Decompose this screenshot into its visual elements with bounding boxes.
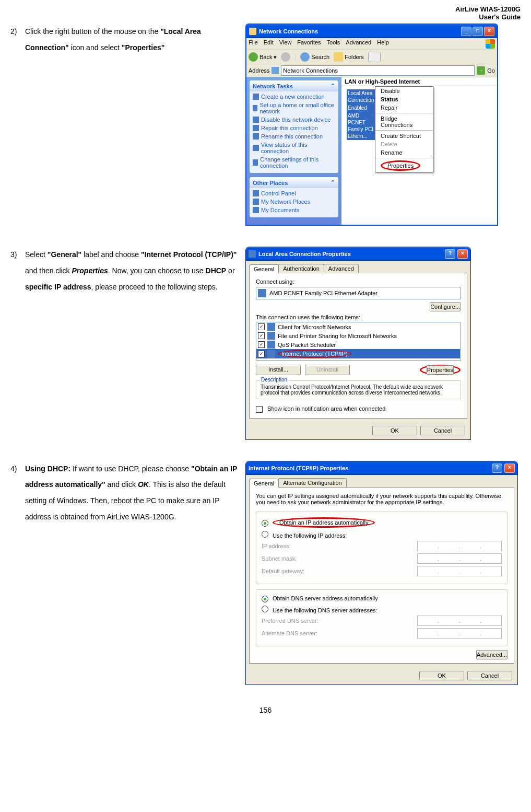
go-button[interactable]: → [477, 66, 485, 75]
context-menu: Disable Status Repair Bridge Connections… [375, 86, 433, 172]
checkbox-icon[interactable]: ✓ [258, 341, 265, 348]
task-view-status[interactable]: View status of this connection [253, 142, 335, 154]
step-2-text: 2) Click the right button of the mouse o… [10, 24, 240, 226]
ctx-disable[interactable]: Disable [375, 87, 433, 95]
address-input[interactable] [281, 65, 475, 76]
checkbox-icon[interactable]: ✓ [258, 332, 265, 339]
doc-header: AirLive WIAS-1200G User's Guide [10, 5, 521, 21]
help-button[interactable]: ? [492, 463, 502, 473]
task-setup-network[interactable]: Set up a home or small office network [253, 102, 335, 114]
ok-button[interactable]: OK [419, 671, 464, 680]
properties-button[interactable]: Properties [427, 365, 454, 375]
ip-field: ... [417, 541, 502, 551]
dialog-title: Local Area Connection Properties [258, 251, 351, 257]
list-item-tcpip[interactable]: ✓ Internet Protocol (TCP/IP) [256, 349, 460, 358]
mask-field: ... [417, 553, 502, 564]
menu-file[interactable]: File [249, 39, 258, 49]
close-button[interactable]: × [504, 463, 515, 473]
link-my-network-places[interactable]: My Network Places [253, 199, 335, 205]
folders-button[interactable]: Folders [334, 52, 364, 62]
ip-label: IP address: [262, 543, 290, 549]
install-button[interactable]: Install... [256, 365, 301, 375]
task-icon [253, 94, 259, 100]
minimize-button[interactable]: _ [461, 27, 471, 36]
task-change-settings[interactable]: Change settings of this connection [253, 156, 335, 169]
gateway-label: Default gateway: [262, 568, 304, 574]
ctx-repair[interactable]: Repair [375, 103, 433, 112]
radio-obtain-ip[interactable]: Obtain an IP address automatically [262, 517, 502, 528]
maximize-button[interactable]: □ [473, 27, 483, 36]
adns-label: Alternate DNS server: [262, 630, 317, 636]
menu-help[interactable]: Help [377, 39, 389, 49]
dialog-icon [249, 250, 256, 258]
toolbar: Back ▾ | Search Folders [246, 50, 497, 64]
task-create-connection[interactable]: Create a new connection [253, 94, 335, 100]
radio-use-dns[interactable]: Use the following DNS server addresses: [262, 606, 502, 613]
cancel-button[interactable]: Cancel [420, 426, 465, 435]
pdns-label: Preferred DNS server: [262, 618, 318, 624]
panel-network-tasks-header[interactable]: Network Tasks ⌃ [250, 80, 338, 91]
menu-favorites[interactable]: Favorites [297, 39, 321, 49]
dialog-title: Internet Protocol (TCP/IP) Properties [249, 465, 348, 471]
show-icon-label: Show icon in notification area when conn… [267, 405, 385, 412]
task-disable-device[interactable]: Disable this network device [253, 117, 335, 123]
panel-other-places-header[interactable]: Other Places ⌃ [250, 177, 338, 188]
ctx-shortcut[interactable]: Create Shortcut [375, 132, 433, 140]
search-button[interactable]: Search [300, 52, 329, 62]
ctx-status[interactable]: Status [375, 95, 433, 103]
uninstall-button: Uninstall [305, 365, 350, 375]
radio-obtain-dns[interactable]: Obtain DNS server address automatically [262, 595, 502, 602]
tab-authentication[interactable]: Authentication [278, 264, 324, 273]
windows-logo-icon [486, 39, 495, 49]
component-icon [267, 341, 275, 349]
connection-name: Local Area Connection [347, 89, 375, 104]
cancel-button[interactable]: Cancel [467, 671, 512, 680]
ok-button[interactable]: OK [372, 426, 417, 435]
tab-advanced[interactable]: Advanced [324, 264, 359, 273]
checkbox-icon[interactable]: ✓ [258, 351, 265, 357]
local-area-connection-item[interactable]: Local Area Connection Enabled AMD PCNET … [341, 86, 375, 116]
checkbox-icon[interactable]: ✓ [258, 323, 265, 330]
radio-use-ip[interactable]: Use the following IP address: [262, 531, 502, 539]
forward-icon[interactable] [281, 52, 290, 62]
product-name: AirLive WIAS-1200G [10, 5, 521, 13]
step-4-section: 4) Using DHCP: If want to use DHCP, plea… [10, 461, 521, 685]
highlight-ellipse: Properties [381, 160, 420, 171]
help-button[interactable]: ? [445, 249, 455, 259]
link-control-panel[interactable]: Control Panel [253, 190, 335, 196]
link-icon [253, 207, 259, 213]
menu-tools[interactable]: Tools [327, 39, 340, 49]
tab-alternate[interactable]: Alternate Configuration [278, 478, 347, 487]
adapter-icon [258, 289, 266, 297]
back-button[interactable]: Back ▾ [249, 52, 277, 62]
search-icon [300, 52, 310, 62]
task-icon [253, 133, 259, 140]
ctx-properties[interactable]: Properties [375, 159, 433, 172]
step-4-text: 4) Using DHCP: If want to use DHCP, plea… [10, 461, 240, 685]
highlight-ellipse: Properties [420, 365, 461, 375]
mask-label: Subnet mask: [262, 555, 297, 562]
items-listbox[interactable]: ✓Client for Microsoft Networks ✓File and… [256, 322, 461, 361]
views-button[interactable] [368, 52, 381, 62]
component-icon [267, 323, 275, 331]
ctx-rename[interactable]: Rename [375, 148, 433, 157]
link-icon [253, 190, 259, 196]
close-button[interactable]: × [457, 249, 468, 259]
tab-general[interactable]: General [249, 479, 279, 488]
ctx-bridge[interactable]: Bridge Connections [375, 114, 433, 129]
task-rename[interactable]: Rename this connection [253, 133, 335, 140]
task-repair[interactable]: Repair this connection [253, 125, 335, 131]
configure-button[interactable]: Configure... [430, 302, 461, 311]
menu-view[interactable]: View [279, 39, 292, 49]
link-my-documents[interactable]: My Documents [253, 207, 335, 213]
menu-edit[interactable]: Edit [264, 39, 274, 49]
close-button[interactable]: × [484, 27, 494, 36]
menu-advanced[interactable]: Advanced [346, 39, 371, 49]
adapter-name: AMD PCNET Family PCI Ethernet Adapter [269, 290, 377, 296]
titlebar: Network Connections _ □ × [246, 25, 497, 38]
doc-title: User's Guide [10, 13, 521, 21]
tab-general[interactable]: General [249, 264, 279, 273]
dialog-tcpip-properties: Internet Protocol (TCP/IP) Properties ? … [245, 461, 518, 685]
advanced-button[interactable]: Advanced... [476, 650, 508, 659]
show-icon-checkbox[interactable] [256, 406, 263, 413]
